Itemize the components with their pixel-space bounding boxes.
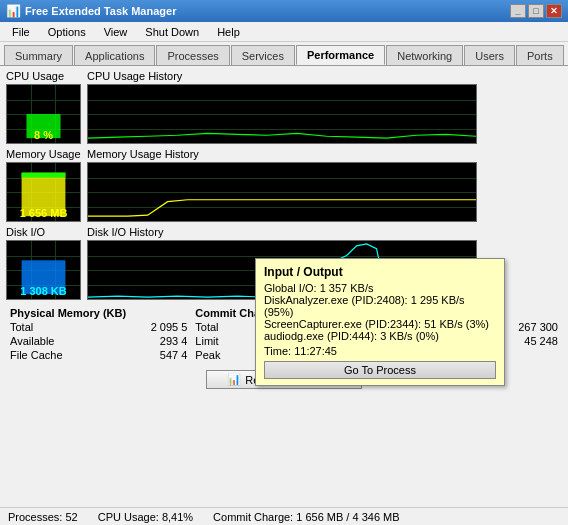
menu-shutdown[interactable]: Shut Down — [137, 24, 207, 40]
menu-options[interactable]: Options — [40, 24, 94, 40]
close-button[interactable]: ✕ — [546, 4, 562, 18]
resource-monitor-icon: 📊 — [227, 373, 241, 386]
cpu-history-section: CPU Usage History — [87, 70, 477, 144]
goto-process-button[interactable]: Go To Process — [264, 361, 496, 379]
memory-history-section: Memory Usage History — [87, 148, 477, 222]
status-cpu-usage: CPU Usage: 8,41% — [98, 511, 193, 523]
tab-summary[interactable]: Summary — [4, 45, 73, 65]
cpu-row: CPU Usage 8 % CPU Usage History — [6, 70, 562, 144]
menu-bar: File Options View Shut Down Help — [0, 22, 568, 42]
cc-peak-label: Peak — [191, 348, 259, 362]
disk-usage-value: 1 308 KB — [20, 285, 66, 297]
memory-history-label: Memory Usage History — [87, 148, 477, 160]
tooltip-process1: DiskAnalyzer.exe (PID:2408): 1 295 KB/s … — [264, 294, 496, 318]
tab-processes[interactable]: Processes — [156, 45, 229, 65]
cpu-usage-graph: 8 % — [6, 84, 81, 144]
tab-bar: Summary Applications Processes Services … — [0, 42, 568, 66]
physical-memory-table: Physical Memory (KB) Total 2 095 5 Avail… — [6, 306, 191, 362]
cpu-usage-section: CPU Usage 8 % — [6, 70, 81, 144]
cpu-history-label: CPU Usage History — [87, 70, 477, 82]
disk-usage-label: Disk I/O — [6, 226, 81, 238]
tooltip-global-io: Global I/O: 1 357 KB/s — [264, 282, 496, 294]
disk-usage-graph: 1 308 KB — [6, 240, 81, 300]
disk-history-label: Disk I/O History — [87, 226, 477, 238]
tab-networking[interactable]: Networking — [386, 45, 463, 65]
status-bar: Processes: 52 CPU Usage: 8,41% Commit Ch… — [0, 507, 568, 525]
pm-total-label: Total — [6, 320, 113, 334]
physical-memory-title: Physical Memory (KB) — [6, 306, 191, 320]
pm-total-value: 2 095 5 — [113, 320, 192, 334]
cpu-history-graph — [87, 84, 477, 144]
app-icon: 📊 — [6, 4, 21, 18]
tooltip-process2: ScreenCapturer.exe (PID:2344): 51 KB/s (… — [264, 318, 496, 330]
pm-filecache-label: File Cache — [6, 348, 113, 362]
svg-rect-2 — [22, 173, 66, 178]
disk-usage-section: Disk I/O 1 308 KB — [6, 226, 81, 300]
memory-history-graph — [87, 162, 477, 222]
cpu-usage-label: CPU Usage — [6, 70, 81, 82]
tab-expand-button[interactable]: ▼ — [565, 48, 568, 65]
memory-usage-value: 1 656 MB — [20, 207, 68, 219]
cpu-usage-value: 8 % — [34, 129, 53, 141]
menu-view[interactable]: View — [96, 24, 136, 40]
tab-users[interactable]: Users — [464, 45, 515, 65]
memory-usage-label: Memory Usage — [6, 148, 81, 160]
pm-available-label: Available — [6, 334, 113, 348]
memory-usage-graph: 1 656 MB — [6, 162, 81, 222]
pm-filecache-value: 547 4 — [113, 348, 192, 362]
memory-row: Memory Usage 1 656 MB Memory Usag — [6, 148, 562, 222]
minimize-button[interactable]: _ — [510, 4, 526, 18]
tab-services[interactable]: Services — [231, 45, 295, 65]
menu-help[interactable]: Help — [209, 24, 248, 40]
tab-ports[interactable]: Ports — [516, 45, 564, 65]
tooltip-time: Time: 11:27:45 — [264, 345, 496, 357]
cc-total-label: Total — [191, 320, 259, 334]
tooltip-process3: audiodg.exe (PID:444): 3 KB/s (0%) — [264, 330, 496, 342]
cc-limit-label: Limit — [191, 334, 259, 348]
menu-file[interactable]: File — [4, 24, 38, 40]
physical-memory-section: Physical Memory (KB) Total 2 095 5 Avail… — [6, 306, 191, 362]
pm-available-value: 293 4 — [113, 334, 192, 348]
tab-performance[interactable]: Performance — [296, 45, 385, 65]
window-title: Free Extended Task Manager — [25, 5, 176, 17]
tooltip-title: Input / Output — [264, 265, 496, 279]
title-bar: 📊 Free Extended Task Manager _ □ ✕ — [0, 0, 568, 22]
tooltip: Input / Output Global I/O: 1 357 KB/s Di… — [255, 258, 505, 386]
status-processes: Processes: 52 — [8, 511, 78, 523]
memory-usage-section: Memory Usage 1 656 MB — [6, 148, 81, 222]
tab-applications[interactable]: Applications — [74, 45, 155, 65]
status-commit-charge: Commit Charge: 1 656 MB / 4 346 MB — [213, 511, 399, 523]
maximize-button[interactable]: □ — [528, 4, 544, 18]
